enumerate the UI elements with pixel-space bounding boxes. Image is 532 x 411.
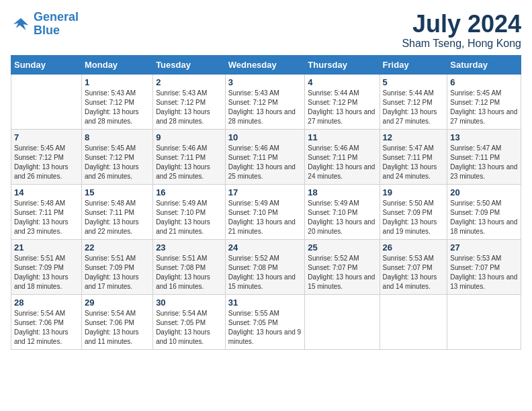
day-number: 20 xyxy=(450,187,518,197)
day-number: 10 xyxy=(228,132,302,142)
logo-icon xyxy=(11,14,31,34)
day-info: Sunrise: 5:44 AMSunset: 7:12 PMDaylight:… xyxy=(308,89,376,126)
day-info: Sunrise: 5:54 AMSunset: 7:06 PMDaylight:… xyxy=(85,309,150,347)
calendar-cell: 12Sunrise: 5:47 AMSunset: 7:11 PMDayligh… xyxy=(380,129,447,184)
weekday-header-row: SundayMondayTuesdayWednesdayThursdayFrid… xyxy=(11,55,521,74)
day-number: 13 xyxy=(450,132,518,142)
weekday-header-wednesday: Wednesday xyxy=(225,55,305,74)
location-title: Sham Tseng, Hong Kong xyxy=(402,38,521,50)
calendar-cell: 2Sunrise: 5:43 AMSunset: 7:12 PMDaylight… xyxy=(153,74,226,129)
calendar-cell: 9Sunrise: 5:46 AMSunset: 7:11 PMDaylight… xyxy=(153,129,226,184)
calendar-cell: 20Sunrise: 5:50 AMSunset: 7:09 PMDayligh… xyxy=(447,184,521,239)
day-number: 31 xyxy=(228,298,302,308)
day-info: Sunrise: 5:54 AMSunset: 7:06 PMDaylight:… xyxy=(14,309,79,347)
day-info: Sunrise: 5:50 AMSunset: 7:09 PMDaylight:… xyxy=(383,199,445,236)
calendar-cell: 7Sunrise: 5:45 AMSunset: 7:12 PMDaylight… xyxy=(11,129,82,184)
day-number: 15 xyxy=(85,187,150,197)
day-info: Sunrise: 5:53 AMSunset: 7:07 PMDaylight:… xyxy=(450,254,518,291)
logo: General Blue xyxy=(11,11,79,38)
day-info: Sunrise: 5:45 AMSunset: 7:12 PMDaylight:… xyxy=(450,89,518,126)
day-info: Sunrise: 5:47 AMSunset: 7:11 PMDaylight:… xyxy=(450,144,518,181)
week-row-3: 14Sunrise: 5:48 AMSunset: 7:11 PMDayligh… xyxy=(11,184,521,239)
calendar-cell: 16Sunrise: 5:49 AMSunset: 7:10 PMDayligh… xyxy=(153,184,226,239)
calendar-cell: 1Sunrise: 5:43 AMSunset: 7:12 PMDaylight… xyxy=(81,74,152,129)
week-row-1: 1Sunrise: 5:43 AMSunset: 7:12 PMDaylight… xyxy=(11,74,521,129)
calendar-cell: 25Sunrise: 5:52 AMSunset: 7:07 PMDayligh… xyxy=(305,239,380,294)
day-info: Sunrise: 5:43 AMSunset: 7:12 PMDaylight:… xyxy=(85,89,150,126)
weekday-header-sunday: Sunday xyxy=(11,55,82,74)
day-number: 14 xyxy=(14,187,79,197)
calendar-cell: 8Sunrise: 5:45 AMSunset: 7:12 PMDaylight… xyxy=(81,129,152,184)
calendar-cell xyxy=(447,294,521,349)
weekday-header-friday: Friday xyxy=(380,55,447,74)
day-info: Sunrise: 5:49 AMSunset: 7:10 PMDaylight:… xyxy=(228,199,302,236)
calendar-cell: 27Sunrise: 5:53 AMSunset: 7:07 PMDayligh… xyxy=(447,239,521,294)
calendar-cell: 3Sunrise: 5:43 AMSunset: 7:12 PMDaylight… xyxy=(225,74,305,129)
day-number: 29 xyxy=(85,298,150,308)
day-number: 22 xyxy=(85,242,150,253)
day-info: Sunrise: 5:45 AMSunset: 7:12 PMDaylight:… xyxy=(85,144,150,181)
calendar-table: SundayMondayTuesdayWednesdayThursdayFrid… xyxy=(11,55,521,350)
calendar-cell: 6Sunrise: 5:45 AMSunset: 7:12 PMDaylight… xyxy=(447,74,521,129)
day-number: 1 xyxy=(85,77,150,87)
calendar-cell: 4Sunrise: 5:44 AMSunset: 7:12 PMDaylight… xyxy=(305,74,380,129)
day-info: Sunrise: 5:55 AMSunset: 7:05 PMDaylight:… xyxy=(228,309,302,347)
day-info: Sunrise: 5:51 AMSunset: 7:08 PMDaylight:… xyxy=(156,254,222,291)
calendar-cell: 29Sunrise: 5:54 AMSunset: 7:06 PMDayligh… xyxy=(81,294,152,349)
day-number: 27 xyxy=(450,242,518,253)
day-info: Sunrise: 5:50 AMSunset: 7:09 PMDaylight:… xyxy=(450,199,518,236)
calendar-cell: 24Sunrise: 5:52 AMSunset: 7:08 PMDayligh… xyxy=(225,239,305,294)
calendar-cell: 15Sunrise: 5:48 AMSunset: 7:11 PMDayligh… xyxy=(81,184,152,239)
month-title: July 2024 xyxy=(402,11,521,38)
day-number: 30 xyxy=(156,298,222,308)
day-info: Sunrise: 5:53 AMSunset: 7:07 PMDaylight:… xyxy=(383,254,445,291)
week-row-4: 21Sunrise: 5:51 AMSunset: 7:09 PMDayligh… xyxy=(11,239,521,294)
weekday-header-tuesday: Tuesday xyxy=(153,55,226,74)
day-info: Sunrise: 5:51 AMSunset: 7:09 PMDaylight:… xyxy=(14,254,79,291)
weekday-header-monday: Monday xyxy=(81,55,152,74)
day-number: 8 xyxy=(85,132,150,142)
day-info: Sunrise: 5:52 AMSunset: 7:08 PMDaylight:… xyxy=(228,254,302,291)
calendar-cell: 23Sunrise: 5:51 AMSunset: 7:08 PMDayligh… xyxy=(153,239,226,294)
calendar-cell: 13Sunrise: 5:47 AMSunset: 7:11 PMDayligh… xyxy=(447,129,521,184)
day-info: Sunrise: 5:48 AMSunset: 7:11 PMDaylight:… xyxy=(14,199,79,236)
day-number: 28 xyxy=(14,298,79,308)
day-number: 21 xyxy=(14,242,79,253)
day-info: Sunrise: 5:48 AMSunset: 7:11 PMDaylight:… xyxy=(85,199,150,236)
calendar-cell: 19Sunrise: 5:50 AMSunset: 7:09 PMDayligh… xyxy=(380,184,447,239)
day-info: Sunrise: 5:49 AMSunset: 7:10 PMDaylight:… xyxy=(308,199,376,236)
day-info: Sunrise: 5:43 AMSunset: 7:12 PMDaylight:… xyxy=(156,89,222,126)
day-number: 3 xyxy=(228,77,302,87)
day-number: 25 xyxy=(308,242,376,253)
svg-marker-0 xyxy=(13,18,29,30)
logo-text: General Blue xyxy=(34,11,79,38)
day-number: 7 xyxy=(14,132,79,142)
day-number: 11 xyxy=(308,132,376,142)
day-number: 6 xyxy=(450,77,518,87)
day-number: 17 xyxy=(228,187,302,197)
calendar-cell: 17Sunrise: 5:49 AMSunset: 7:10 PMDayligh… xyxy=(225,184,305,239)
day-number: 19 xyxy=(383,187,445,197)
page-header: General Blue July 2024 Sham Tseng, Hong … xyxy=(11,11,521,50)
day-info: Sunrise: 5:45 AMSunset: 7:12 PMDaylight:… xyxy=(14,144,79,181)
day-number: 12 xyxy=(383,132,445,142)
day-info: Sunrise: 5:46 AMSunset: 7:11 PMDaylight:… xyxy=(156,144,222,181)
day-number: 18 xyxy=(308,187,376,197)
calendar-cell: 18Sunrise: 5:49 AMSunset: 7:10 PMDayligh… xyxy=(305,184,380,239)
calendar-cell: 30Sunrise: 5:54 AMSunset: 7:05 PMDayligh… xyxy=(153,294,226,349)
calendar-cell: 10Sunrise: 5:46 AMSunset: 7:11 PMDayligh… xyxy=(225,129,305,184)
day-info: Sunrise: 5:54 AMSunset: 7:05 PMDaylight:… xyxy=(156,309,222,347)
calendar-cell xyxy=(380,294,447,349)
title-block: July 2024 Sham Tseng, Hong Kong xyxy=(402,11,521,50)
week-row-5: 28Sunrise: 5:54 AMSunset: 7:06 PMDayligh… xyxy=(11,294,521,349)
day-info: Sunrise: 5:43 AMSunset: 7:12 PMDaylight:… xyxy=(228,89,302,126)
week-row-2: 7Sunrise: 5:45 AMSunset: 7:12 PMDaylight… xyxy=(11,129,521,184)
day-number: 5 xyxy=(383,77,445,87)
day-info: Sunrise: 5:52 AMSunset: 7:07 PMDaylight:… xyxy=(308,254,376,291)
day-number: 16 xyxy=(156,187,222,197)
day-info: Sunrise: 5:46 AMSunset: 7:11 PMDaylight:… xyxy=(308,144,376,181)
calendar-cell: 28Sunrise: 5:54 AMSunset: 7:06 PMDayligh… xyxy=(11,294,82,349)
calendar-cell: 22Sunrise: 5:51 AMSunset: 7:09 PMDayligh… xyxy=(81,239,152,294)
day-number: 24 xyxy=(228,242,302,253)
calendar-cell: 26Sunrise: 5:53 AMSunset: 7:07 PMDayligh… xyxy=(380,239,447,294)
